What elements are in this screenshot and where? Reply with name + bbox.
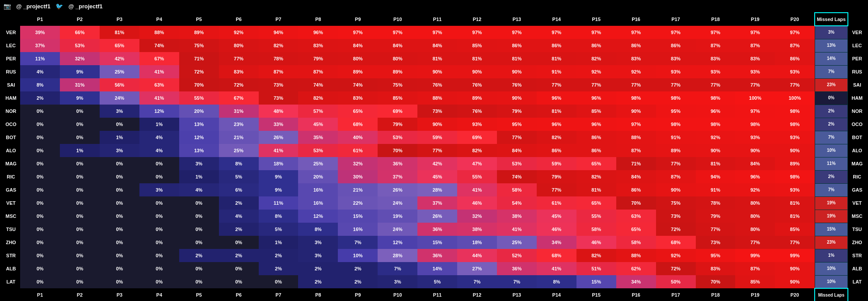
- driver-label-gas: GAS: [2, 183, 20, 196]
- cell-ver-p2: 66%: [60, 26, 100, 39]
- table-row: LAT0%0%0%0%0%0%0%2%2%3%5%7%7%8%15%34%50%…: [2, 275, 866, 288]
- cell-rus-p19: 93%: [735, 65, 775, 78]
- cell-str-p3: 0%: [100, 249, 139, 262]
- cell-str-p9: 10%: [338, 249, 378, 262]
- cell-rus-p5: 72%: [179, 65, 219, 78]
- cell-lat-p16: 34%: [616, 275, 656, 288]
- cell-str-p13: 52%: [497, 249, 537, 262]
- table-row: ALO0%1%3%4%13%25%41%53%61%70%77%82%84%86…: [2, 144, 866, 157]
- driver-label-oco: OCO: [2, 118, 20, 131]
- missed-str: 1%: [815, 249, 847, 262]
- cell-sai-p6: 72%: [219, 78, 259, 91]
- missed-alb: 10%: [815, 262, 847, 275]
- cell-msc-p1: 0%: [20, 210, 60, 223]
- footer-col-p8: P8: [298, 288, 338, 301]
- cell-gas-p20: 93%: [775, 183, 815, 196]
- cell-bot-p20: 93%: [775, 131, 815, 144]
- cell-tsu-p20: 85%: [775, 223, 815, 236]
- header-col-p13: P13: [497, 13, 537, 26]
- cell-oco-p17: 98%: [656, 118, 696, 131]
- cell-rus-p6: 83%: [219, 65, 259, 78]
- cell-ham-p12: 89%: [457, 91, 497, 105]
- driver-label-per: PER: [2, 52, 20, 65]
- cell-ver-p19: 97%: [735, 26, 775, 39]
- instagram-icon: 📷: [3, 3, 11, 10]
- cell-ver-p10: 97%: [378, 26, 417, 39]
- table-row: SAI8%31%56%63%70%72%73%74%74%75%76%76%76…: [2, 78, 866, 91]
- cell-rus-p11: 90%: [417, 65, 457, 78]
- table-row: VET0%0%0%0%0%2%11%16%22%24%37%46%54%61%6…: [2, 196, 866, 210]
- cell-nor-p14: 81%: [537, 105, 576, 118]
- cell-msc-p13: 38%: [497, 210, 537, 223]
- driver-label-right-ric: RIC: [848, 170, 866, 183]
- cell-mag-p6: 8%: [219, 157, 259, 170]
- cell-ric-p13: 74%: [497, 170, 537, 183]
- cell-ham-p20: 100%: [775, 91, 815, 105]
- cell-nor-p8: 57%: [298, 105, 338, 118]
- cell-alb-p6: 0%: [219, 262, 259, 275]
- driver-label-right-zho: ZHO: [848, 236, 866, 249]
- cell-sai-p17: 77%: [656, 78, 696, 91]
- cell-nor-p13: 79%: [497, 105, 537, 118]
- cell-mag-p7: 18%: [259, 157, 299, 170]
- cell-ver-p14: 97%: [537, 26, 576, 39]
- cell-gas-p14: 77%: [537, 183, 576, 196]
- cell-bot-p18: 92%: [696, 131, 736, 144]
- driver-label-sai: SAI: [2, 78, 20, 91]
- table-row: OCO0%0%0%1%13%23%33%45%68%79%90%93%95%96…: [2, 118, 866, 131]
- cell-oco-p3: 0%: [100, 118, 139, 131]
- cell-alb-p12: 27%: [457, 262, 497, 275]
- cell-per-p5: 71%: [179, 52, 219, 65]
- cell-bot-p11: 59%: [417, 131, 457, 144]
- header-col-p16: P16: [616, 13, 656, 26]
- cell-per-p14: 81%: [537, 52, 576, 65]
- missed-lec: 13%: [815, 39, 847, 52]
- cell-rus-p16: 92%: [616, 65, 656, 78]
- cell-alo-p11: 77%: [417, 144, 457, 157]
- missed-laps-footer: Missed Laps: [815, 288, 847, 301]
- cell-oco-p14: 96%: [537, 118, 576, 131]
- cell-sai-p13: 76%: [497, 78, 537, 91]
- cell-lat-p10: 3%: [378, 275, 417, 288]
- cell-lec-p3: 65%: [100, 39, 139, 52]
- cell-zho-p8: 3%: [298, 236, 338, 249]
- cell-lec-p17: 86%: [656, 39, 696, 52]
- cell-msc-p14: 45%: [537, 210, 576, 223]
- missed-oco: 2%: [815, 118, 847, 131]
- cell-ham-p6: 67%: [219, 91, 259, 105]
- cell-mag-p11: 42%: [417, 157, 457, 170]
- header-col-p15: P15: [576, 13, 616, 26]
- cell-alo-p19: 90%: [735, 144, 775, 157]
- cell-ver-p4: 88%: [139, 26, 179, 39]
- missed-per: 14%: [815, 52, 847, 65]
- driver-label-tsu: TSU: [2, 223, 20, 236]
- driver-label-right-lat: LAT: [848, 275, 866, 288]
- cell-sai-p20: 77%: [775, 78, 815, 91]
- cell-ham-p10: 85%: [378, 91, 417, 105]
- cell-mag-p18: 81%: [696, 157, 736, 170]
- table-row: GAS0%0%0%3%4%6%9%16%21%26%28%41%58%77%81…: [2, 183, 866, 196]
- cell-lec-p13: 86%: [497, 39, 537, 52]
- cell-alb-p11: 14%: [417, 262, 457, 275]
- cell-gas-p13: 58%: [497, 183, 537, 196]
- cell-ham-p16: 98%: [616, 91, 656, 105]
- cell-msc-p6: 4%: [219, 210, 259, 223]
- cell-per-p1: 11%: [20, 52, 60, 65]
- cell-vet-p4: 0%: [139, 196, 179, 210]
- cell-msc-p12: 32%: [457, 210, 497, 223]
- missed-vet: 19%: [815, 196, 847, 210]
- cell-rus-p14: 91%: [537, 65, 576, 78]
- driver-label-rus: RUS: [2, 65, 20, 78]
- cell-zho-p16: 58%: [616, 236, 656, 249]
- cell-nor-p3: 3%: [100, 105, 139, 118]
- cell-str-p18: 95%: [696, 249, 736, 262]
- cell-lat-p4: 0%: [139, 275, 179, 288]
- cell-str-p11: 36%: [417, 249, 457, 262]
- cell-alo-p16: 87%: [616, 144, 656, 157]
- missed-sai: 23%: [815, 78, 847, 91]
- cell-rus-p3: 25%: [100, 65, 139, 78]
- cell-tsu-p13: 41%: [497, 223, 537, 236]
- cell-lec-p19: 87%: [735, 39, 775, 52]
- cell-per-p2: 32%: [60, 52, 100, 65]
- cell-oco-p16: 97%: [616, 118, 656, 131]
